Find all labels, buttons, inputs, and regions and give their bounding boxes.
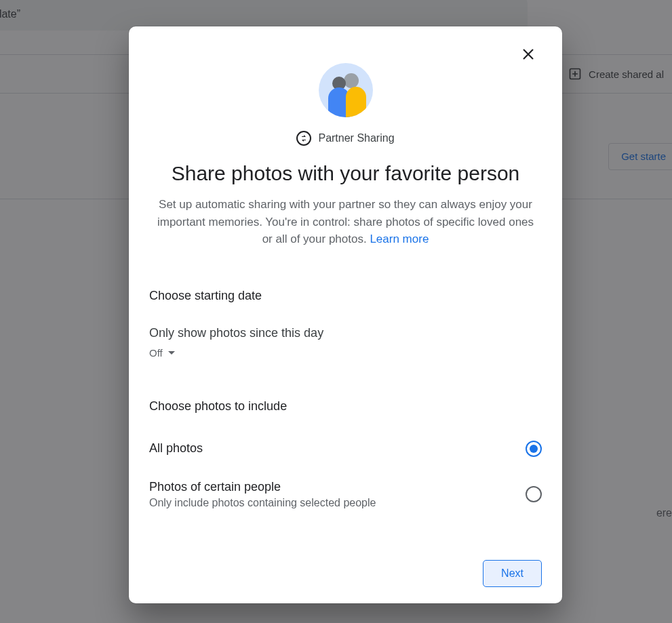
radio-checked-icon[interactable] [526,441,542,457]
close-icon [521,47,536,64]
learn-more-link[interactable]: Learn more [370,233,429,245]
starting-date-value: Off [149,347,163,359]
dialog-description: Set up automatic sharing with your partn… [155,196,536,248]
section-starting-date-title: Choose starting date [149,289,542,303]
dialog-footer: Next [149,560,542,587]
option-label: Photos of certain people [149,480,376,494]
dialog-subheader-label: Partner Sharing [318,132,394,144]
option-sublabel: Only include photos containing selected … [149,497,376,509]
option-label: All photos [149,441,203,456]
photos-options-group: All photos Photos of certain people Only… [149,441,542,509]
next-button[interactable]: Next [483,560,542,587]
option-all-photos[interactable]: All photos [149,441,542,457]
dialog-title: Share photos with your favorite person [149,162,542,185]
option-certain-people[interactable]: Photos of certain people Only include ph… [149,480,542,509]
partner-sharing-hero-icon [319,63,373,117]
chevron-down-icon [168,351,175,355]
close-button[interactable] [515,41,542,68]
radio-unchecked-icon[interactable] [526,486,542,502]
dialog-subheader: Partner Sharing [149,131,542,146]
partner-sharing-dialog: Partner Sharing Share photos with your f… [129,26,562,603]
section-photos-title: Choose photos to include [149,399,542,414]
starting-date-setting-label: Only show photos since this day [149,326,542,340]
starting-date-dropdown[interactable]: Off [149,347,542,359]
svg-point-1 [344,73,359,88]
dialog-description-text: Set up automatic sharing with your partn… [157,198,534,245]
swap-icon [296,131,311,146]
